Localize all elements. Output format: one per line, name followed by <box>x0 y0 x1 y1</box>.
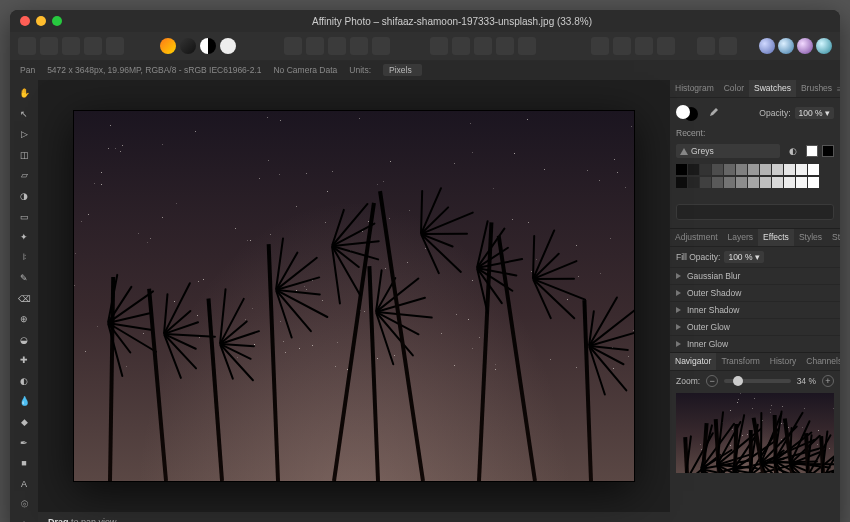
tab-history[interactable]: History <box>765 353 801 370</box>
erase-tool[interactable]: ⌫ <box>15 291 33 306</box>
tab-stock[interactable]: Stock <box>827 229 840 246</box>
dropdown-icon[interactable] <box>496 37 514 55</box>
fill-circle[interactable] <box>220 38 236 54</box>
color-picker[interactable]: ⦾ <box>15 497 33 512</box>
swatch[interactable] <box>688 164 699 175</box>
swatch[interactable] <box>676 177 687 188</box>
swatch[interactable] <box>760 177 771 188</box>
effect-row[interactable]: Inner Glow <box>670 335 840 352</box>
fill-tool[interactable]: ◒ <box>15 333 33 348</box>
align-icon[interactable] <box>452 37 470 55</box>
tab-histogram[interactable]: Histogram <box>670 80 719 97</box>
tab-transform[interactable]: Transform <box>716 353 764 370</box>
gear-icon[interactable] <box>62 37 80 55</box>
tab-color[interactable]: Color <box>719 80 749 97</box>
effect-row[interactable]: Outer Shadow <box>670 284 840 301</box>
paint-brush[interactable]: ꖎ <box>15 250 33 265</box>
gradient-circle[interactable] <box>160 38 176 54</box>
swatch[interactable] <box>736 164 747 175</box>
zoom-out-button[interactable]: − <box>706 375 718 387</box>
fg-bg-color[interactable] <box>676 105 698 121</box>
perspective-tool[interactable]: ▱ <box>15 168 33 183</box>
blur-tool[interactable]: 💧 <box>15 394 33 409</box>
swatch[interactable] <box>772 177 783 188</box>
invert-icon[interactable] <box>372 37 390 55</box>
panel-menu-icon[interactable]: ≡ <box>837 80 840 97</box>
flood-select[interactable]: ✦ <box>15 230 33 245</box>
circle-icon[interactable] <box>40 37 58 55</box>
eyedropper-icon[interactable] <box>704 104 722 122</box>
marquee-icon[interactable] <box>284 37 302 55</box>
swatch[interactable] <box>784 177 795 188</box>
doc2-icon[interactable] <box>613 37 631 55</box>
heal-icon[interactable] <box>474 37 492 55</box>
swatch[interactable] <box>712 164 723 175</box>
tab-effects[interactable]: Effects <box>758 229 794 246</box>
swatch[interactable] <box>796 164 807 175</box>
logo-icon[interactable] <box>18 37 36 55</box>
fill-opacity-value[interactable]: 100 % ▾ <box>724 251 763 263</box>
photo-persona[interactable] <box>759 38 775 54</box>
mini-swatch-black[interactable] <box>822 145 834 157</box>
tone-persona[interactable] <box>816 38 832 54</box>
align-left-icon[interactable] <box>697 37 715 55</box>
level-icon[interactable] <box>430 37 448 55</box>
develop-persona[interactable] <box>797 38 813 54</box>
close-window[interactable] <box>20 16 30 26</box>
swatch[interactable] <box>748 164 759 175</box>
mesh-tool[interactable]: ◆ <box>15 415 33 430</box>
swatch[interactable] <box>724 177 735 188</box>
swatch[interactable] <box>784 164 795 175</box>
swatch[interactable] <box>700 164 711 175</box>
dodge-tool[interactable]: ◐ <box>15 374 33 389</box>
node-tool[interactable]: ▷ <box>15 127 33 142</box>
doc3-icon[interactable] <box>635 37 653 55</box>
clone-tool[interactable]: ⊕ <box>15 312 33 327</box>
zoom-in-button[interactable]: + <box>822 375 834 387</box>
swatch[interactable] <box>808 164 819 175</box>
effect-row[interactable]: Outer Glow <box>670 318 840 335</box>
swatch[interactable] <box>688 177 699 188</box>
crosshair-icon[interactable] <box>84 37 102 55</box>
tab-layers[interactable]: Layers <box>723 229 759 246</box>
canvas-viewport[interactable] <box>38 80 670 512</box>
contrast-circle[interactable] <box>200 38 216 54</box>
minimize-window[interactable] <box>36 16 46 26</box>
hand-tool[interactable]: ✋ <box>15 86 33 101</box>
bw-circle[interactable] <box>180 38 196 54</box>
mini-swatch-white[interactable] <box>806 145 818 157</box>
share-icon[interactable] <box>106 37 124 55</box>
palette-mode-icon[interactable]: ◐ <box>784 142 802 160</box>
overlay-icon[interactable] <box>306 37 324 55</box>
units-select[interactable]: Pixels <box>383 64 422 76</box>
marquee-tool[interactable]: ▭ <box>15 209 33 224</box>
palette-select[interactable]: Greys <box>676 144 780 158</box>
navigator-thumbnail[interactable] <box>676 393 834 473</box>
zoom-window[interactable] <box>52 16 62 26</box>
swatch[interactable] <box>676 164 687 175</box>
selection-brush[interactable]: ◑ <box>15 189 33 204</box>
crop-tool[interactable]: ◫ <box>15 148 33 163</box>
align-center-icon[interactable] <box>719 37 737 55</box>
doc1-icon[interactable] <box>591 37 609 55</box>
swatch[interactable] <box>772 164 783 175</box>
swatch[interactable] <box>700 177 711 188</box>
tab-styles[interactable]: Styles <box>794 229 827 246</box>
tab-brushes[interactable]: Brushes <box>796 80 837 97</box>
mask-icon[interactable] <box>328 37 346 55</box>
text-tool[interactable]: A <box>15 476 33 491</box>
shape-tool[interactable]: ■ <box>15 456 33 471</box>
swatch[interactable] <box>808 177 819 188</box>
pen-tool[interactable]: ✒ <box>15 435 33 450</box>
swatch[interactable] <box>724 164 735 175</box>
swatch[interactable] <box>748 177 759 188</box>
opacity-value[interactable]: 100 % ▾ <box>795 107 834 119</box>
tab-swatches[interactable]: Swatches <box>749 80 796 97</box>
move-tool[interactable]: ↖ <box>15 107 33 122</box>
effect-row[interactable]: Gaussian Blur <box>670 267 840 284</box>
swatch[interactable] <box>712 177 723 188</box>
tab-adjustment[interactable]: Adjustment <box>670 229 723 246</box>
swatch[interactable] <box>760 164 771 175</box>
search-input[interactable] <box>676 204 834 220</box>
effect-row[interactable]: Inner Shadow <box>670 301 840 318</box>
